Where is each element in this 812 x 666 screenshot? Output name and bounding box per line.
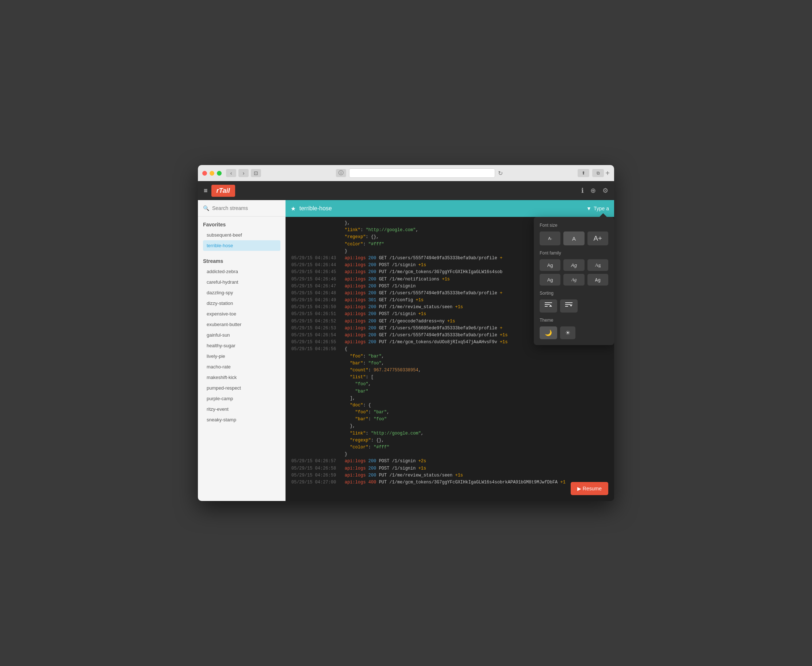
back-button[interactable]: ‹ xyxy=(226,169,236,177)
font-family-title: Font family xyxy=(540,251,608,256)
log-body: "bar": "foo" xyxy=(345,416,608,423)
sidebar-item-label: dazzling-spy xyxy=(207,290,233,295)
sidebar-item-addicted-zebra[interactable]: addicted-zebra xyxy=(203,266,280,277)
sidebar-item-expensive-toe[interactable]: expensive-toe xyxy=(203,308,280,319)
globe-icon-button[interactable]: ⊕ xyxy=(590,186,596,195)
sidebar-item-gainful-sun[interactable]: gainful-sun xyxy=(203,330,280,340)
font-family-controls: Ag Ag Ag Ag Ag Ag xyxy=(540,259,608,285)
svg-rect-2 xyxy=(545,306,548,307)
resume-button[interactable]: ▶ Resume xyxy=(571,482,608,495)
sidebar-item-sneaky-stamp[interactable]: sneaky-stamp xyxy=(203,414,280,425)
main-area: 🔍 Favorites subsequent-beef terrible-hos… xyxy=(198,200,614,501)
minimize-button[interactable] xyxy=(209,171,214,176)
sidebar-item-terrible-hose[interactable]: terrible-hose xyxy=(203,240,280,251)
log-timestamp xyxy=(292,444,339,451)
svg-rect-5 xyxy=(565,304,570,305)
reload-button[interactable]: ↻ xyxy=(498,170,503,177)
log-timestamp xyxy=(292,430,339,437)
log-timestamp xyxy=(292,416,339,423)
theme-dark-button[interactable]: 🌙 xyxy=(540,326,557,339)
font-size-large-button[interactable]: A+ xyxy=(588,231,608,246)
font-family-6-button[interactable]: Ag xyxy=(588,274,608,285)
font-size-med-button[interactable]: A xyxy=(563,231,584,246)
log-timestamp: 05/29/15 04:26:56 xyxy=(292,346,339,353)
log-body: "count": 967.2477550338954, xyxy=(345,367,608,374)
nav-buttons: ‹ › ⊡ xyxy=(226,169,261,177)
favorites-title: Favorites xyxy=(203,222,280,227)
maximize-button[interactable] xyxy=(217,171,222,176)
reader-button[interactable]: ⊡ xyxy=(251,169,261,177)
sidebar-item-makeshift-kick[interactable]: makeshift-kick xyxy=(203,372,280,382)
log-line: "color": "#fff" xyxy=(292,444,608,451)
font-family-4-button[interactable]: Ag xyxy=(540,274,560,285)
theme-light-button[interactable]: ☀ xyxy=(560,326,575,339)
sidebar-item-label: careful-hydrant xyxy=(207,279,239,285)
log-timestamp: 05/29/15 04:26:48 xyxy=(292,290,339,297)
sidebar-item-healthy-sugar[interactable]: healthy-sugar xyxy=(203,340,280,351)
info-button[interactable]: ⓘ xyxy=(336,169,346,177)
favorites-section: Favorites subsequent-beef terrible-hose xyxy=(198,216,285,253)
log-timestamp: 05/29/15 04:26:44 xyxy=(292,262,339,269)
sidebar-item-careful-hydrant[interactable]: careful-hydrant xyxy=(203,277,280,287)
svg-rect-1 xyxy=(545,304,550,305)
sidebar-item-label: expensive-toe xyxy=(207,311,236,317)
log-line: 05/29/15 04:27:00 api:logs 400 PUT /1/me… xyxy=(292,479,608,486)
font-family-2-button[interactable]: Ag xyxy=(563,259,584,271)
log-timestamp: 05/29/15 04:26:47 xyxy=(292,283,339,290)
sidebar-item-pumped-respect[interactable]: pumped-respect xyxy=(203,382,280,393)
log-timestamp xyxy=(292,234,339,241)
font-size-controls: A- A A+ xyxy=(540,231,608,246)
sidebar-item-label: purple-camp xyxy=(207,396,233,401)
log-timestamp xyxy=(292,451,339,458)
sort-asc-button[interactable] xyxy=(540,299,557,313)
sidebar-item-macho-rate[interactable]: macho-rate xyxy=(203,361,280,372)
log-body: api:logs 400 PUT /1/me/gcm_tokens/3G7ggY… xyxy=(345,479,608,486)
sidebar-item-ritzy-event[interactable]: ritzy-event xyxy=(203,404,280,414)
titlebar-actions: ⬆ ⧉ xyxy=(578,169,604,177)
log-timestamp: 05/29/15 04:26:50 xyxy=(292,304,339,311)
log-body: "foo": "bar", xyxy=(345,409,608,416)
header-actions: ℹ ⊕ ⚙ xyxy=(581,186,608,195)
log-body: api:logs 200 POST /1/signin +2s xyxy=(345,458,608,465)
sidebar-item-label: pumped-respect xyxy=(207,385,241,391)
log-timestamp xyxy=(292,402,339,409)
app: ≡ rTail ℹ ⊕ ⚙ 🔍 Favorites subsequent-bee… xyxy=(198,181,614,501)
sidebar-item-exuberant-butter[interactable]: exuberant-butter xyxy=(203,319,280,330)
log-timestamp: 05/29/15 04:26:58 xyxy=(292,465,339,472)
search-input[interactable] xyxy=(212,205,280,211)
sidebar-item-dizzy-station[interactable]: dizzy-station xyxy=(203,298,280,308)
font-size-small-button[interactable]: A- xyxy=(540,231,560,246)
sidebar-item-purple-camp[interactable]: purple-camp xyxy=(203,393,280,404)
forward-button[interactable]: › xyxy=(239,169,249,177)
share-button[interactable]: ⬆ xyxy=(578,169,589,177)
info-icon-button[interactable]: ℹ xyxy=(581,186,584,195)
url-input[interactable] xyxy=(349,168,495,178)
fullscreen-button[interactable]: ⧉ xyxy=(592,169,604,177)
favorite-star-icon[interactable]: ★ xyxy=(291,205,296,212)
log-timestamp xyxy=(292,220,339,227)
log-timestamp xyxy=(292,353,339,360)
log-line: "list": [ xyxy=(292,374,608,381)
sort-desc-button[interactable] xyxy=(560,299,578,313)
stream-name: terrible-hose xyxy=(300,205,332,212)
log-timestamp: 05/29/15 04:26:49 xyxy=(292,297,339,304)
settings-button[interactable]: ⚙ xyxy=(603,186,608,195)
font-family-5-button[interactable]: Ag xyxy=(563,274,584,285)
sidebar-item-label: terrible-hose xyxy=(207,243,233,248)
streams-title: Streams xyxy=(203,258,280,264)
sidebar-item-lively-pie[interactable]: lively-pie xyxy=(203,351,280,361)
svg-rect-0 xyxy=(545,302,552,303)
log-body: }, xyxy=(345,423,608,430)
new-tab-button[interactable]: + xyxy=(605,169,610,178)
sidebar-item-dazzling-spy[interactable]: dazzling-spy xyxy=(203,287,280,298)
menu-button[interactable]: ≡ xyxy=(204,187,208,195)
filter-placeholder: Type a xyxy=(594,206,609,211)
sidebar-item-subsequent-beef[interactable]: subsequent-beef xyxy=(203,230,280,240)
font-family-3-button[interactable]: Ag xyxy=(588,259,608,271)
close-button[interactable] xyxy=(202,171,207,176)
log-body: "bar": "foo", xyxy=(345,360,608,367)
log-line: "regexp": {}, xyxy=(292,437,608,444)
streams-section: Streams addicted-zebra careful-hydrant d… xyxy=(198,253,285,427)
font-family-1-button[interactable]: Ag xyxy=(540,259,560,271)
search-bar: 🔍 xyxy=(198,200,285,216)
